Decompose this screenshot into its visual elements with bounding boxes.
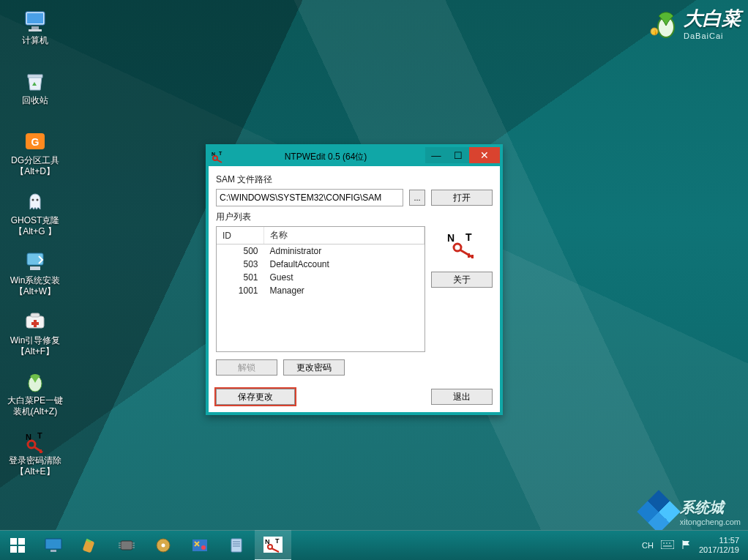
svg-point-6 xyxy=(32,199,34,201)
task-monitor[interactable] xyxy=(35,531,72,560)
table-row[interactable]: 1001Manager xyxy=(217,284,425,297)
svg-text:G: G xyxy=(31,136,40,148)
svg-rect-11 xyxy=(31,313,40,317)
svg-text:N: N xyxy=(447,232,455,244)
svg-rect-3 xyxy=(29,29,42,31)
monitor-icon xyxy=(3,4,67,34)
desktop-icon-dg-tool[interactable]: G DG分区工具 【Alt+D】 xyxy=(3,124,67,182)
task-chip[interactable] xyxy=(108,531,145,560)
table-row[interactable]: 500Administrator xyxy=(217,244,425,258)
desktop-icon-ghost-tool[interactable]: GHOST克隆 【Alt+G 】 xyxy=(3,184,67,242)
desktop-icon-win-install[interactable]: Win系统安装 【Alt+W】 xyxy=(3,244,67,302)
tray-clock[interactable]: 11:57 2017/12/19 xyxy=(699,536,739,555)
ghost-icon xyxy=(3,184,67,214)
first-aid-icon xyxy=(3,305,67,334)
svg-rect-31 xyxy=(18,546,25,553)
start-button[interactable] xyxy=(0,531,35,560)
desktop-icon-dbc-installer[interactable]: 大白菜PE一键 装机(Alt+Z) xyxy=(3,365,67,422)
chip-icon xyxy=(117,537,136,553)
svg-point-37 xyxy=(162,544,165,548)
svg-text:👍: 👍 xyxy=(651,29,658,35)
unlock-button[interactable]: 解锁 xyxy=(216,359,277,376)
svg-rect-15 xyxy=(40,449,42,453)
capture-icon xyxy=(190,537,209,553)
desktop: 计算机 回收站 G DG分区工具 【Alt+D】 GHOST克隆 【Alt+G … xyxy=(0,0,748,560)
brand-logo: 👍 大白菜 DaBaiCai xyxy=(650,6,741,40)
svg-rect-33 xyxy=(51,550,56,552)
svg-text:T: T xyxy=(37,431,42,440)
monitor-icon xyxy=(44,537,63,553)
svg-rect-1 xyxy=(27,13,43,23)
sam-path-input[interactable] xyxy=(216,189,403,206)
keyboard-icon[interactable] xyxy=(661,540,674,550)
svg-rect-26 xyxy=(471,255,474,258)
desktop-icons: 计算机 回收站 G DG分区工具 【Alt+D】 GHOST克隆 【Alt+G … xyxy=(3,4,69,485)
svg-rect-28 xyxy=(10,538,17,545)
svg-text:T: T xyxy=(275,537,280,545)
maximize-button[interactable]: ☐ xyxy=(447,147,469,163)
key-not-icon: NT xyxy=(263,537,283,553)
open-button[interactable]: 打开 xyxy=(431,190,493,206)
ime-indicator[interactable]: CH xyxy=(642,541,654,550)
svg-rect-2 xyxy=(31,26,39,29)
flag-icon[interactable] xyxy=(681,540,692,551)
taskbar: NT CH 11:57 2017/12/19 xyxy=(0,530,748,560)
watermark: 系统城 xitongcheng.com xyxy=(643,496,741,527)
disk-partition-icon: G xyxy=(3,124,67,154)
desktop-icon-my-computer[interactable]: 计算机 xyxy=(3,4,67,61)
exit-button[interactable]: 退出 xyxy=(431,389,493,405)
svg-rect-9 xyxy=(30,266,40,270)
col-name[interactable]: 名称 xyxy=(264,227,425,244)
user-table[interactable]: ID 名称 500Administrator 503DefaultAccount… xyxy=(216,226,425,352)
task-eraser[interactable] xyxy=(72,531,108,560)
close-button[interactable]: ✕ xyxy=(469,147,500,163)
install-icon xyxy=(3,244,67,274)
window-title: NTPWEdit 0.5 (64位) xyxy=(226,151,425,163)
notepad-icon xyxy=(227,537,246,553)
key-not-icon: NT xyxy=(3,425,67,454)
task-ntpwedit[interactable]: NT xyxy=(255,530,291,560)
system-tray: CH 11:57 2017/12/19 xyxy=(633,536,748,555)
sam-path-label: SAM 文件路径 xyxy=(216,173,493,186)
svg-rect-35 xyxy=(121,541,132,550)
svg-point-39 xyxy=(201,545,206,550)
save-button[interactable]: 保存更改 xyxy=(216,389,295,405)
app-icon: NT xyxy=(209,150,226,163)
svg-rect-29 xyxy=(18,538,25,545)
recycle-bin-icon xyxy=(3,64,67,94)
svg-text:T: T xyxy=(219,151,222,156)
svg-rect-30 xyxy=(10,546,17,553)
desktop-icon-boot-repair[interactable]: Win引导修复 【Alt+F】 xyxy=(3,305,67,362)
svg-point-7 xyxy=(37,199,39,201)
userlist-label: 用户列表 xyxy=(216,211,493,223)
minimize-button[interactable]: — xyxy=(425,147,447,163)
table-row[interactable]: 501Guest xyxy=(217,271,425,284)
about-button[interactable]: 关于 xyxy=(431,272,493,288)
svg-rect-45 xyxy=(661,540,674,549)
disc-icon xyxy=(154,537,173,553)
desktop-icon-recycle-bin[interactable]: 回收站 xyxy=(3,64,67,122)
svg-rect-25 xyxy=(468,253,470,258)
app-logo-icon: NT xyxy=(444,231,479,260)
desktop-icon-pwd-clear[interactable]: NT 登录密码清除 【Alt+E】 xyxy=(3,425,67,482)
task-notepad[interactable] xyxy=(218,531,255,560)
svg-text:T: T xyxy=(465,231,472,243)
eraser-icon xyxy=(81,537,100,553)
table-row[interactable]: 503DefaultAccount xyxy=(217,258,425,271)
task-cd[interactable] xyxy=(145,531,182,560)
task-screenshot[interactable] xyxy=(182,531,218,560)
ntpwedit-window: NT NTPWEdit 0.5 (64位) — ☐ ✕ SAM 文件路径 ...… xyxy=(206,144,503,415)
col-id[interactable]: ID xyxy=(217,227,264,244)
titlebar[interactable]: NT NTPWEdit 0.5 (64位) — ☐ ✕ xyxy=(209,147,500,166)
cabbage-mascot-icon: 👍 xyxy=(650,7,679,40)
browse-button[interactable]: ... xyxy=(409,190,425,206)
cabbage-icon xyxy=(3,365,67,394)
watermark-icon xyxy=(637,490,680,533)
windows-icon xyxy=(10,538,25,553)
change-password-button[interactable]: 更改密码 xyxy=(283,359,345,376)
svg-rect-40 xyxy=(231,539,242,552)
svg-rect-32 xyxy=(45,539,61,549)
